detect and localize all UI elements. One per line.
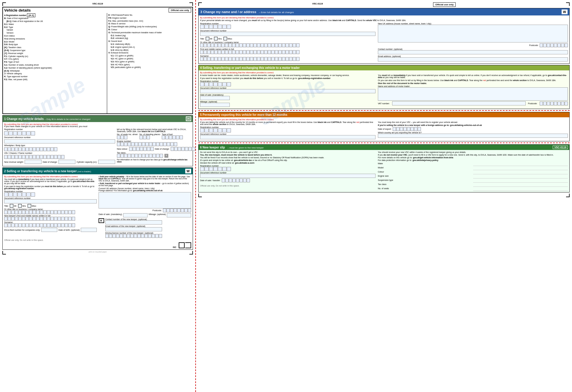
h-badge: H [186,116,191,121]
s2-fleet-field[interactable] [41,228,57,232]
s1-cc-field[interactable] [98,160,115,164]
s1-reg-cell-4[interactable] [18,131,22,135]
vd-euro: Euro status [4,34,106,37]
s2-address-label: Current UK address (house number, street… [99,187,191,189]
s5-declaring: By submitting this form you are declarin… [200,118,568,121]
s2-mileage-field[interactable] [167,213,191,217]
section1-box: 1 Change my vehicle details – Only fill … [2,115,193,166]
right-doc-id: V5C-0119 [312,2,323,6]
s3-mrs-checkbox[interactable] [214,37,218,40]
s1-date-change-field[interactable] [58,160,75,164]
section3-header: 3 Change my name and / or address – Ente… [199,8,569,15]
s4-vat-field[interactable] [392,101,526,105]
s1-revenue-field[interactable] [25,160,42,164]
perforated-line-1 [198,110,570,111]
section6-body: Do not send this slip to DVLA on its own… [199,150,569,192]
s6-docref-field[interactable] [200,174,375,178]
vd-e: E: VIN/Chassis/Frame No. [108,14,191,17]
s1-reg-cell-1[interactable] [4,131,8,135]
s1-taxclass-label: Tax class: [117,152,192,154]
s4-text-right: You must tell us immediately if you have… [378,74,568,78]
s1-taxclass-cells: Y [117,154,192,158]
vd-b1: [B.1]: Date of first registration in the… [4,20,106,23]
section2-columns: By submitting this form you are declarin… [4,176,191,238]
s2-title-row: Title: Mr: Mrs: Miss: [4,204,97,208]
s4-sale-field[interactable] [200,96,230,100]
vd-k: [K]: Taxation class [4,46,106,49]
s2-firstname-label: New keeper's first and middle names writ… [4,215,97,217]
section6-box: 6 New keeper slip – must be given to the… [198,144,570,192]
section1-title: 1 Change my vehicle details – Only fill … [4,117,90,121]
s4-sale-row: Date of sale: (mandatory) [200,94,375,100]
s1-reg-cell-2[interactable] [9,131,13,135]
s1-standing-col: No. of standing places: [140,133,161,139]
s2-mrs-checkbox[interactable] [18,204,22,208]
s4-mileage-label: Mileage: (optional) [200,101,230,103]
section4-header: 4 Selling, transferring or part exchangi… [199,65,569,70]
s1-docref-field[interactable] [4,139,115,143]
s5-country-field[interactable] [378,134,568,138]
s4-docref-field[interactable] [200,89,375,93]
s1-vin-row: VIN / Chassis / Frame number: [4,152,115,154]
s1-vin-cells [4,155,115,159]
s2-address-field[interactable] [99,192,191,208]
s4-motortrader-label: Name and address of motor trader: [378,85,568,87]
s6-vi-engine-label: Engine size [378,175,473,178]
section5-header: 5 Permanently exporting this vehicle for… [199,112,569,117]
s1-fuel-cells [162,135,183,139]
section4-box: 4 Selling, transferring or part exchangi… [198,65,570,109]
s4-mileage-field[interactable] [200,103,230,107]
s5-text-right: You must keep the rest of your V5C – you… [378,121,568,123]
s2-contact-field[interactable] [105,220,162,225]
s1-reg-cell-6[interactable] [26,131,31,135]
s2-reg-label: Registration number [4,190,97,192]
s4-text-left2: If you want to keep the registration num… [200,77,375,79]
s2-dob-field[interactable] [81,228,97,232]
s3-miss-checkbox[interactable] [224,37,227,40]
s2-text2: If you want to keep the registration num… [4,185,97,189]
s2-foreign-label: Foreign address? For information go to: … [99,189,191,192]
vd-d6-susp: [D.6]: Suspension type [4,49,106,52]
right-corner-tl [198,2,202,6]
s3-email-field[interactable] [378,57,568,61]
s6-text4: It's quick and simple to tax online at: … [200,159,375,161]
s6-text-right2: If you do not receive your V5C, you'll n… [378,154,568,156]
s1-reg-cell-5[interactable] [22,131,26,135]
vd-g: G: Mass in service [108,22,191,25]
vd-v3: V.3: NOx (g/km or g/kWh) [108,60,191,63]
s3-contact-label: Contact number: (optional) [378,48,568,50]
s1-reg-cell-3[interactable] [13,131,17,135]
s3-contact-field[interactable] [378,50,568,54]
s2-sale-field[interactable] [123,213,148,217]
section2-right: • Sold your vehicle privately – fill in … [99,176,191,238]
section3-title: 3 Change my name and / or address [200,10,256,14]
s1-fuel-col: Type of fuel: [162,133,183,139]
s3-address-field[interactable] [378,25,568,42]
s3-title-row: Title: Mr: Mrs: Miss: [200,37,375,40]
s1-reg-cell-7[interactable] [31,131,35,135]
vd-f1: F.1: Max. permissible mass (exc. m/v) [108,20,191,23]
s2-title-mr: Mr: [10,204,17,208]
s2-licence-label: Driving licence number of the new keeper… [105,232,162,234]
s5-export-label: Date of export: [378,128,392,130]
s4-text-left: A motor trader can be: motor dealer, mot… [200,74,375,76]
vd-u2: U.2: engine speed (min-1) [108,46,191,49]
s1-colour-cells [129,147,154,151]
s3-mr-checkbox[interactable] [206,37,209,40]
vd-b: B: Date of first registration [4,17,106,20]
left-panel: sample V5C-0119 Vehicle details Official… [0,0,196,392]
s2-email-field[interactable] [105,227,162,231]
s2-miss-checkbox[interactable] [28,204,31,208]
s1-engine-label: Engine number: [117,140,192,142]
s6-vi-make-label: Make [378,162,473,166]
s2-docref-field[interactable] [4,199,97,203]
s2-mr-checkbox[interactable] [10,204,13,208]
s4-text-right3: Give the rest of the document to the mot… [378,82,568,84]
s5-docref-field[interactable] [200,135,375,139]
s3-docref-field[interactable] [200,32,375,36]
s2-k-content: Contact number of the new keeper: (optio… [105,218,162,238]
corner-tr [189,2,193,6]
s4-motortrader-field[interactable] [378,87,568,101]
s6-vi-taxclass-value [473,183,568,187]
s5-text-left: If you are taking the vehicle out of the… [200,121,375,125]
